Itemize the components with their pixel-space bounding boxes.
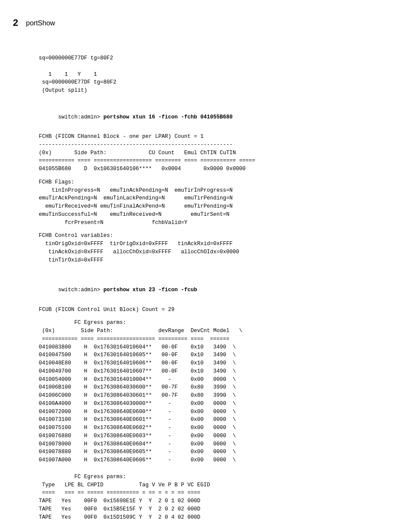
fcub-row: 0410048E80 H 0x17630164010606** 00-0F 0x… <box>39 359 398 367</box>
fcub-row: 0410047500 H 0x17630164010605** 00-0F 0x… <box>39 351 398 359</box>
fcub-row: 0410072000 H 0x176308640E0600** - 0x00 0… <box>39 408 398 416</box>
fchb-ctrl-header: FCHB Control variables: <box>39 232 398 240</box>
fcub-egress2-header: FC Egress parms: <box>39 473 398 481</box>
page-title: portShow <box>26 19 55 27</box>
fchb-flags-header: FCHB Flags: <box>39 178 398 187</box>
fcub-col2: =========== ==== ================== ====… <box>39 335 398 343</box>
fcub-row: 04100A4000 H 0x17630864030000** - 0x00 0… <box>39 400 398 408</box>
page: 2 portShow sq=0000000E77DF tg=80F2 1 1 Y… <box>0 0 411 532</box>
fchb-flags: tinInProgress=N emuTinAckPending=N emuTi… <box>39 187 398 227</box>
fcub-rows-container: 0410083800 H 0x17630164010604** 00-0F 0x… <box>39 343 398 464</box>
fcub-rows2-container: TAPE Yes 00F0 0x15698E1E Y Y 2 0 1 02 00… <box>39 497 398 521</box>
fcub-col4: ==== === == ===== ========== = == = = = … <box>39 489 398 497</box>
fcub-col3: Type LPE BL CHPID Tag V Ve P B P VC EGID <box>39 481 398 489</box>
fcub-row: 0410078000 H 0x176308640E0604** - 0x00 0… <box>39 440 398 448</box>
fcub-row: 0410083800 H 0x17630164010604** 00-0F 0x… <box>39 343 398 352</box>
fcub-row: 041006B100 H 0x17630864030600** 00-7F 0x… <box>39 383 398 392</box>
cmd1-command: portshow xtun 16 -ficon -fchb 041055B680 <box>103 114 233 120</box>
command2-line: switch:admin> portshow xtun 23 -ficon -f… <box>39 278 398 302</box>
command1-line: switch:admin> portshow xtun 16 -ficon -f… <box>39 105 398 129</box>
fchb-divider: ----------------------------------------… <box>39 141 398 149</box>
fcub-egress1-header: FC Egress parms: <box>39 319 398 327</box>
fchb-header: FCHB (FICON CHannel Block - one per LPAR… <box>39 133 398 141</box>
fcub-header: FCUB (FICON Control Unit Block) Count = … <box>39 306 398 314</box>
fcub-row: 0410076880 H 0x176308640E0603** - 0x00 0… <box>39 432 398 440</box>
fcub-row: 0410073100 H 0x176308640E0601** - 0x00 0… <box>39 416 398 424</box>
page-number: 2 <box>13 17 18 28</box>
fcub-row: 0410078880 H 0x176308640E0605** - 0x00 0… <box>39 448 398 456</box>
content-area: sq=0000000E77DF tg=80F2 1 1 Y 1 sq=00000… <box>13 54 398 521</box>
cmd2-prompt: switch:admin> <box>58 287 103 293</box>
fcub-row2: TAPE Yes 00F0 0x15698E1E Y Y 2 0 1 02 00… <box>39 497 398 505</box>
cmd2-command: portshow xtun 23 -ficon -fcub <box>103 287 197 293</box>
page-header: 2 portShow <box>13 17 398 28</box>
cmd1-prompt: switch:admin> <box>58 114 103 120</box>
fchb-col1: (0x) Side Path: CU Count Emul ChTIN CuTI… <box>39 149 398 157</box>
fcub-col1: (0x) Side Path: devRange DevCnt Model \ <box>39 327 398 335</box>
fcub-row: 0410049700 H 0x17630164010607** 00-0F 0x… <box>39 367 398 376</box>
fchb-col2: =========== ==== ================== ====… <box>39 157 398 165</box>
fcub-row2: TAPE Yes 00F0 0x15B5E15F Y Y 2 0 2 02 00… <box>39 505 398 513</box>
fchb-ctrl: tinOrigOxid=0xFFFF tirOrigOxid=0xFFFF ti… <box>39 240 398 264</box>
fcub-row: 0410075100 H 0x176308640E0602** - 0x00 0… <box>39 424 398 432</box>
fcub-row2: TAPE Yes 00F0 0x15D1509C Y Y 2 0 4 02 00… <box>39 513 398 522</box>
fcub-row: 041007A000 H 0x176308640E0606** - 0x00 0… <box>39 456 398 464</box>
fchb-row1: 041055B680 D 0x106301640106**** 0x0004 0… <box>39 165 398 173</box>
fcub-row: 041006C000 H 0x17630864030601** 00-7F 0x… <box>39 392 398 400</box>
fcub-row: 0410054000 H 0x17630164010004** - 0x00 0… <box>39 376 398 384</box>
sq-block: sq=0000000E77DF tg=80F2 1 1 Y 1 sq=00000… <box>39 54 398 95</box>
